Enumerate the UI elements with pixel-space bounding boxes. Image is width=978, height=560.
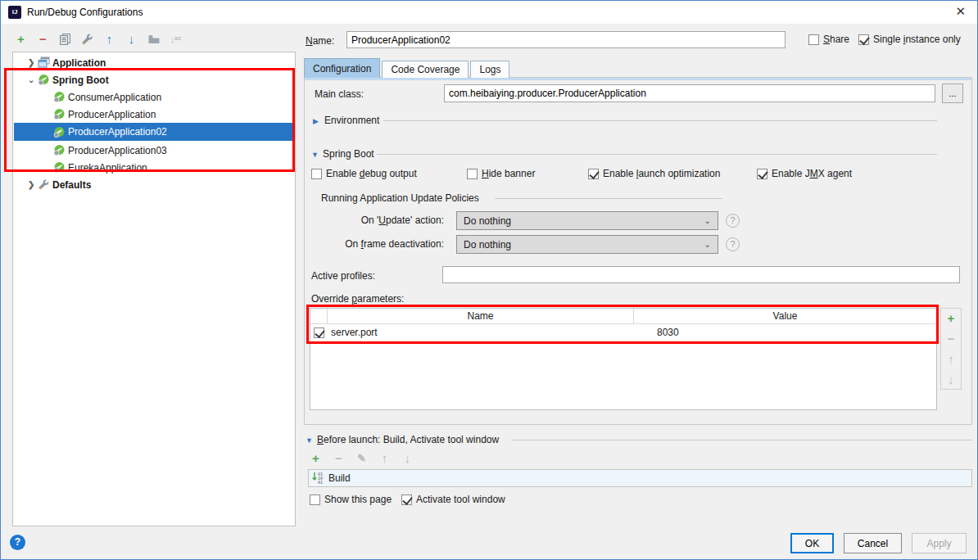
on-frame-deactivation-label: On frame deactivation: — [336, 238, 444, 250]
before-launch-expand-icon[interactable]: ▼ — [306, 436, 313, 445]
tree-item-producerapplication02-selected[interactable]: ProducerApplication02 — [14, 123, 294, 141]
application-icon — [38, 56, 50, 69]
enable-jmx-agent-checkbox[interactable]: Enable JMX agent — [757, 168, 852, 179]
share-checkbox[interactable]: Share — [808, 34, 849, 45]
add-icon[interactable]: + — [309, 452, 323, 466]
new-folder-icon[interactable] — [147, 33, 161, 47]
spring-boot-icon — [38, 74, 50, 86]
before-launch-item-build[interactable]: 011001 Build — [308, 469, 972, 487]
spring-boot-section-label: Spring Boot — [323, 148, 374, 160]
add-icon[interactable]: + — [14, 33, 28, 47]
activate-tool-window-checkbox[interactable]: Activate tool window — [401, 494, 505, 505]
spring-boot-expand-icon[interactable]: ▼ — [311, 151, 319, 159]
remove-icon[interactable]: − — [36, 33, 50, 47]
help-icon[interactable]: ? — [10, 535, 25, 550]
copy-icon[interactable] — [58, 33, 72, 47]
update-action-help-icon[interactable]: ? — [726, 214, 740, 228]
close-icon[interactable]: ✕ — [955, 4, 966, 19]
move-up-icon[interactable]: ↑ — [944, 353, 958, 367]
tree-item-label: Application — [52, 57, 106, 69]
on-frame-deactivation-dropdown[interactable]: Do nothing ⌄ — [456, 235, 718, 254]
tree-item-label: EurekaApplication — [68, 162, 147, 174]
tree-item-producerapplication03[interactable]: ProducerApplication03 — [14, 142, 294, 159]
run-debug-configurations-dialog: IJ Run/Debug Configurations ✕ + − ↑ ↓ ↓ᵃ… — [0, 0, 978, 560]
hide-banner-box[interactable] — [467, 169, 478, 179]
enabled-column-header[interactable] — [310, 309, 328, 323]
show-this-page-checkbox[interactable]: Show this page — [310, 494, 392, 505]
browse-main-class-button[interactable]: ... — [942, 84, 963, 103]
tree-item-producerapplication[interactable]: ProducerApplication — [14, 106, 294, 123]
configurations-toolbar: + − ↑ ↓ ↓ᵃᶻ — [14, 33, 183, 47]
environment-expand-icon[interactable]: ▶ — [313, 117, 319, 125]
parameter-name-cell[interactable]: server.port — [331, 327, 647, 338]
tree-item-eurekaapplication[interactable]: EurekaApplication — [14, 159, 294, 176]
spring-boot-icon — [53, 126, 66, 138]
remove-icon[interactable]: − — [332, 452, 346, 466]
chevron-down-icon: ⌄ — [704, 240, 711, 249]
chevron-down-icon[interactable]: ⌄ — [28, 75, 38, 84]
enable-debug-output-box[interactable] — [311, 169, 322, 179]
move-up-icon[interactable]: ↑ — [378, 452, 392, 466]
activate-tool-window-box[interactable] — [401, 495, 412, 505]
tree-item-label: ProducerApplication03 — [68, 145, 167, 156]
add-icon[interactable]: + — [944, 312, 958, 326]
move-down-icon[interactable]: ↓ — [944, 373, 958, 387]
parameter-enabled-checkbox[interactable] — [314, 327, 324, 338]
parameter-value-cell[interactable]: 8030 — [657, 327, 679, 338]
hide-banner-checkbox[interactable]: Hide banner — [467, 168, 535, 179]
tree-item-consumerapplication[interactable]: ConsumerApplication — [14, 88, 294, 106]
single-instance-checkbox-box[interactable] — [858, 34, 869, 45]
edit-icon[interactable]: ✎ — [355, 452, 369, 466]
edit-defaults-icon[interactable] — [80, 33, 94, 47]
tree-item-spring-boot[interactable]: ⌄ Spring Boot — [14, 71, 294, 88]
move-up-icon[interactable]: ↑ — [102, 33, 116, 47]
single-instance-checkbox[interactable]: Single instance only — [858, 34, 961, 45]
enable-jmx-agent-box[interactable] — [757, 169, 767, 179]
build-icon: 011001 — [312, 471, 325, 486]
table-row[interactable]: server.port 8030 — [310, 324, 936, 341]
spring-boot-icon — [53, 91, 66, 103]
share-label: Share — [823, 34, 849, 45]
window-title: Run/Debug Configurations — [27, 7, 143, 18]
before-launch-toolbar: + − ✎ ↑ ↓ — [309, 452, 414, 466]
tab-code-coverage[interactable]: Code Coverage — [382, 61, 469, 78]
active-profiles-input[interactable] — [442, 266, 960, 283]
ok-button[interactable]: OK — [790, 533, 834, 553]
spring-boot-icon — [53, 144, 66, 156]
value-column-header[interactable]: Value — [634, 309, 936, 323]
build-item-label: Build — [328, 472, 351, 484]
enable-debug-output-checkbox[interactable]: Enable debug output — [311, 168, 417, 179]
tree-item-label: ConsumerApplication — [68, 92, 161, 103]
chevron-right-icon[interactable]: ❯ — [28, 180, 38, 189]
wrench-icon — [38, 178, 50, 191]
on-update-action-dropdown[interactable]: Do nothing ⌄ — [456, 211, 718, 230]
main-class-input[interactable] — [444, 84, 935, 102]
name-column-header[interactable]: Name — [328, 309, 634, 323]
sort-alphabetically-icon[interactable]: ↓ᵃᶻ — [169, 33, 183, 47]
name-input[interactable] — [346, 31, 786, 48]
move-down-icon[interactable]: ↓ — [125, 33, 138, 47]
frame-deactivation-help-icon[interactable]: ? — [726, 237, 740, 251]
override-parameters-label: Override parameters: — [311, 293, 404, 305]
on-update-action-value: Do nothing — [464, 215, 511, 227]
enable-launch-optimization-box[interactable] — [588, 169, 599, 179]
remove-icon[interactable]: − — [944, 332, 958, 346]
single-instance-label: Single instance only — [873, 34, 961, 45]
enable-launch-optimization-checkbox[interactable]: Enable launch optimization — [588, 168, 720, 179]
chevron-right-icon[interactable]: ❯ — [28, 58, 38, 67]
update-policies-divider — [495, 198, 722, 199]
move-down-icon[interactable]: ↓ — [401, 452, 414, 466]
apply-button[interactable]: Apply — [912, 533, 967, 553]
cancel-button[interactable]: Cancel — [844, 533, 902, 553]
tree-item-label: ProducerApplication02 — [68, 126, 167, 138]
share-checkbox-box[interactable] — [808, 34, 819, 45]
tree-item-defaults[interactable]: ❯ Defaults — [14, 176, 294, 193]
enable-jmx-agent-label: Enable JMX agent — [772, 168, 852, 179]
tab-logs[interactable]: Logs — [470, 61, 509, 78]
tree-item-application[interactable]: ❯ Application — [14, 54, 294, 71]
config-tabs: Configuration Code Coverage Logs — [304, 58, 511, 78]
tab-configuration[interactable]: Configuration — [304, 58, 380, 78]
show-this-page-box[interactable] — [310, 495, 320, 505]
on-frame-deactivation-value: Do nothing — [464, 239, 511, 251]
update-policies-section-label: Running Application Update Policies — [321, 192, 479, 204]
